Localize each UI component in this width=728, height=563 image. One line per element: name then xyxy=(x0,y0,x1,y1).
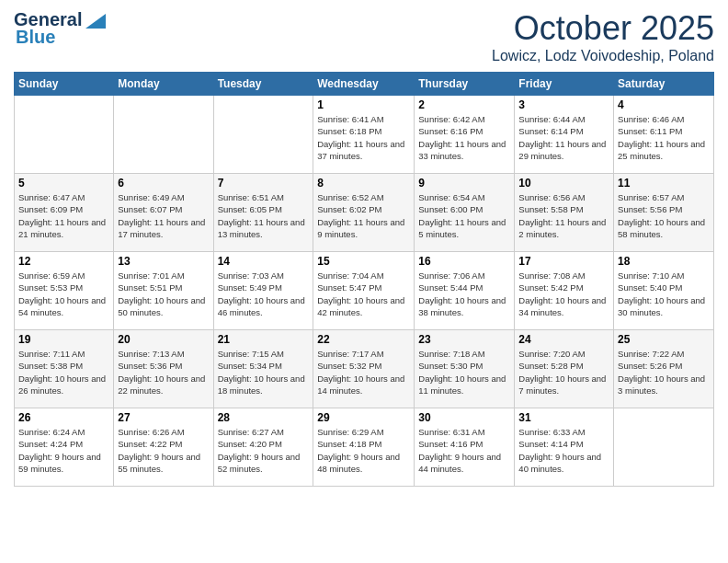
day-number: 7 xyxy=(218,177,310,190)
calendar-cell: 6Sunrise: 6:49 AMSunset: 6:07 PMDaylight… xyxy=(114,174,213,252)
day-info: Sunrise: 6:31 AMSunset: 4:16 PMDaylight:… xyxy=(418,426,510,475)
day-number: 27 xyxy=(118,411,209,424)
calendar-week-row: 5Sunrise: 6:47 AMSunset: 6:09 PMDaylight… xyxy=(15,174,714,252)
calendar-cell: 7Sunrise: 6:51 AMSunset: 6:05 PMDaylight… xyxy=(213,174,313,252)
day-info: Sunrise: 7:04 AMSunset: 5:47 PMDaylight:… xyxy=(317,270,410,318)
calendar-week-row: 26Sunrise: 6:24 AMSunset: 4:24 PMDayligh… xyxy=(15,408,714,487)
col-thursday: Thursday xyxy=(415,73,515,96)
calendar-cell: 3Sunrise: 6:44 AMSunset: 6:14 PMDaylight… xyxy=(515,96,614,174)
col-tuesday: Tuesday xyxy=(213,73,313,96)
day-number: 9 xyxy=(418,177,510,190)
calendar-cell: 14Sunrise: 7:03 AMSunset: 5:49 PMDayligh… xyxy=(213,252,313,330)
page: General Blue October 2025 Lowicz, Lodz V… xyxy=(0,0,728,563)
day-number: 29 xyxy=(317,411,410,424)
month-title: October 2025 xyxy=(492,9,714,48)
logo: General Blue xyxy=(14,9,106,48)
header: General Blue October 2025 Lowicz, Lodz V… xyxy=(14,9,714,64)
day-number: 4 xyxy=(618,98,710,111)
day-number: 17 xyxy=(518,255,609,268)
day-number: 5 xyxy=(18,177,109,190)
calendar-cell: 8Sunrise: 6:52 AMSunset: 6:02 PMDaylight… xyxy=(313,174,415,252)
day-number: 8 xyxy=(317,177,410,190)
calendar-cell: 20Sunrise: 7:13 AMSunset: 5:36 PMDayligh… xyxy=(114,330,213,408)
day-info: Sunrise: 6:57 AMSunset: 5:56 PMDaylight:… xyxy=(618,191,710,240)
calendar-cell: 27Sunrise: 6:26 AMSunset: 4:22 PMDayligh… xyxy=(114,408,213,487)
day-info: Sunrise: 6:29 AMSunset: 4:18 PMDaylight:… xyxy=(317,426,410,475)
calendar-cell: 25Sunrise: 7:22 AMSunset: 5:26 PMDayligh… xyxy=(614,330,714,408)
col-sunday: Sunday xyxy=(15,73,114,96)
calendar-cell: 11Sunrise: 6:57 AMSunset: 5:56 PMDayligh… xyxy=(614,174,714,252)
day-number: 18 xyxy=(618,255,710,268)
day-info: Sunrise: 7:22 AMSunset: 5:26 PMDaylight:… xyxy=(618,348,710,396)
title-section: October 2025 Lowicz, Lodz Voivodeship, P… xyxy=(492,9,714,64)
calendar-cell xyxy=(213,96,313,174)
calendar-week-row: 19Sunrise: 7:11 AMSunset: 5:38 PMDayligh… xyxy=(15,330,714,408)
day-info: Sunrise: 6:54 AMSunset: 6:00 PMDaylight:… xyxy=(418,191,510,240)
calendar-cell xyxy=(15,96,114,174)
calendar-cell: 24Sunrise: 7:20 AMSunset: 5:28 PMDayligh… xyxy=(515,330,614,408)
calendar-cell: 13Sunrise: 7:01 AMSunset: 5:51 PMDayligh… xyxy=(114,252,213,330)
calendar-cell: 12Sunrise: 6:59 AMSunset: 5:53 PMDayligh… xyxy=(15,252,114,330)
calendar-week-row: 1Sunrise: 6:41 AMSunset: 6:18 PMDaylight… xyxy=(15,96,714,174)
day-number: 12 xyxy=(18,255,109,268)
calendar-cell: 30Sunrise: 6:31 AMSunset: 4:16 PMDayligh… xyxy=(415,408,515,487)
location: Lowicz, Lodz Voivodeship, Poland xyxy=(492,48,714,64)
calendar-cell: 15Sunrise: 7:04 AMSunset: 5:47 PMDayligh… xyxy=(313,252,415,330)
calendar-cell: 17Sunrise: 7:08 AMSunset: 5:42 PMDayligh… xyxy=(515,252,614,330)
day-number: 6 xyxy=(118,177,209,190)
day-info: Sunrise: 7:13 AMSunset: 5:36 PMDaylight:… xyxy=(118,348,209,396)
calendar-cell: 28Sunrise: 6:27 AMSunset: 4:20 PMDayligh… xyxy=(213,408,313,487)
calendar-cell: 5Sunrise: 6:47 AMSunset: 6:09 PMDaylight… xyxy=(15,174,114,252)
day-info: Sunrise: 6:33 AMSunset: 4:14 PMDaylight:… xyxy=(518,426,609,475)
day-number: 2 xyxy=(418,98,510,111)
day-number: 10 xyxy=(518,177,609,190)
day-number: 15 xyxy=(317,255,410,268)
day-number: 3 xyxy=(518,98,609,111)
calendar-cell: 10Sunrise: 6:56 AMSunset: 5:58 PMDayligh… xyxy=(515,174,614,252)
calendar-week-row: 12Sunrise: 6:59 AMSunset: 5:53 PMDayligh… xyxy=(15,252,714,330)
day-number: 1 xyxy=(317,98,410,111)
calendar-cell: 1Sunrise: 6:41 AMSunset: 6:18 PMDaylight… xyxy=(313,96,415,174)
day-info: Sunrise: 6:49 AMSunset: 6:07 PMDaylight:… xyxy=(118,191,209,240)
day-info: Sunrise: 6:24 AMSunset: 4:24 PMDaylight:… xyxy=(18,426,109,475)
day-info: Sunrise: 7:15 AMSunset: 5:34 PMDaylight:… xyxy=(218,348,310,396)
calendar-cell: 4Sunrise: 6:46 AMSunset: 6:11 PMDaylight… xyxy=(614,96,714,174)
calendar-cell: 23Sunrise: 7:18 AMSunset: 5:30 PMDayligh… xyxy=(415,330,515,408)
day-info: Sunrise: 6:51 AMSunset: 6:05 PMDaylight:… xyxy=(218,191,310,240)
calendar-cell: 21Sunrise: 7:15 AMSunset: 5:34 PMDayligh… xyxy=(213,330,313,408)
calendar-cell: 29Sunrise: 6:29 AMSunset: 4:18 PMDayligh… xyxy=(313,408,415,487)
day-number: 23 xyxy=(418,333,510,346)
day-info: Sunrise: 7:08 AMSunset: 5:42 PMDaylight:… xyxy=(518,270,609,318)
day-info: Sunrise: 6:41 AMSunset: 6:18 PMDaylight:… xyxy=(317,113,410,162)
day-info: Sunrise: 7:20 AMSunset: 5:28 PMDaylight:… xyxy=(518,348,609,396)
day-number: 21 xyxy=(218,333,310,346)
day-number: 28 xyxy=(218,411,310,424)
calendar-cell xyxy=(614,408,714,487)
day-number: 31 xyxy=(518,411,609,424)
col-friday: Friday xyxy=(515,73,614,96)
day-number: 30 xyxy=(418,411,510,424)
day-number: 25 xyxy=(618,333,710,346)
day-number: 11 xyxy=(618,177,710,190)
day-number: 16 xyxy=(418,255,510,268)
day-info: Sunrise: 6:56 AMSunset: 5:58 PMDaylight:… xyxy=(518,191,609,240)
col-wednesday: Wednesday xyxy=(313,73,415,96)
logo-blue: Blue xyxy=(16,27,106,48)
col-saturday: Saturday xyxy=(614,73,714,96)
day-info: Sunrise: 7:06 AMSunset: 5:44 PMDaylight:… xyxy=(418,270,510,318)
calendar-cell: 18Sunrise: 7:10 AMSunset: 5:40 PMDayligh… xyxy=(614,252,714,330)
day-info: Sunrise: 6:46 AMSunset: 6:11 PMDaylight:… xyxy=(618,113,710,162)
day-info: Sunrise: 6:59 AMSunset: 5:53 PMDaylight:… xyxy=(18,270,109,318)
day-number: 22 xyxy=(317,333,410,346)
calendar-cell: 26Sunrise: 6:24 AMSunset: 4:24 PMDayligh… xyxy=(15,408,114,487)
calendar-cell: 22Sunrise: 7:17 AMSunset: 5:32 PMDayligh… xyxy=(313,330,415,408)
calendar-cell: 16Sunrise: 7:06 AMSunset: 5:44 PMDayligh… xyxy=(415,252,515,330)
day-number: 19 xyxy=(18,333,109,346)
day-info: Sunrise: 6:27 AMSunset: 4:20 PMDaylight:… xyxy=(218,426,310,475)
calendar-cell: 31Sunrise: 6:33 AMSunset: 4:14 PMDayligh… xyxy=(515,408,614,487)
day-info: Sunrise: 6:42 AMSunset: 6:16 PMDaylight:… xyxy=(418,113,510,162)
day-info: Sunrise: 7:01 AMSunset: 5:51 PMDaylight:… xyxy=(118,270,209,318)
day-number: 14 xyxy=(218,255,310,268)
day-info: Sunrise: 7:18 AMSunset: 5:30 PMDaylight:… xyxy=(418,348,510,396)
calendar-cell: 9Sunrise: 6:54 AMSunset: 6:00 PMDaylight… xyxy=(415,174,515,252)
